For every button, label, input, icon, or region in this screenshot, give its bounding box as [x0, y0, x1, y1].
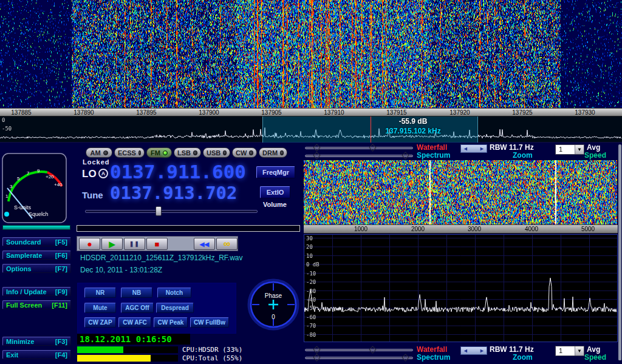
despread-button[interactable]: Despread [156, 303, 194, 313]
waterfall-contrast-slider-bottom[interactable] [305, 349, 413, 351]
rewind-button[interactable]: ◀◀ [194, 238, 215, 250]
minimize-button[interactable]: Minimize[F3] [2, 337, 71, 346]
slider-handle[interactable] [313, 144, 321, 152]
lock-a-button[interactable]: A [98, 169, 108, 178]
audio-spectrum-plot[interactable]: 30 20 10 0 dB -10 -20 -30 -40 -50 -60 -7… [304, 234, 618, 342]
cw-zap-button[interactable]: CW ZAP [84, 317, 116, 328]
freqmgr-button[interactable]: FreqMgr [256, 166, 295, 178]
audio-frequency-scale[interactable]: 1000 2000 3000 4000 5000 [304, 224, 618, 234]
db-tick: -20 [306, 279, 316, 285]
slider-handle[interactable] [369, 144, 377, 152]
audio-freq-tick: 1000 [349, 226, 373, 232]
s-units-label: S-units [14, 204, 32, 211]
cpu-hdsdr-label: CPU:HDSDR (33%) [182, 346, 242, 354]
main-waterfall-display[interactable] [0, 0, 622, 108]
spectrum-label-bottom[interactable]: Spectrum [417, 353, 450, 362]
right-vertical-scrollbar-lower[interactable] [618, 340, 621, 360]
cw-peak-button[interactable]: CW Peak [154, 317, 188, 328]
agc-button[interactable]: AGC Off [121, 303, 154, 313]
db-tick: 0 dB [306, 261, 320, 268]
loop-button[interactable]: ∞ [216, 238, 238, 250]
mode-label: LSB [177, 149, 191, 157]
slider-handle[interactable] [402, 354, 409, 362]
mode-led [103, 150, 108, 155]
exit-button[interactable]: Exit[F4] [2, 350, 71, 359]
speed-label-bottom[interactable]: Speed [584, 353, 606, 362]
button-hotkey: [F3] [55, 338, 67, 345]
slider-handle[interactable] [313, 346, 321, 354]
speed-label[interactable]: Speed [584, 151, 606, 160]
arrow-right-icon[interactable]: ► [479, 348, 485, 354]
waterfall-label[interactable]: Waterfall [417, 143, 447, 152]
lo-frequency-display[interactable]: 0137.911.600 [110, 161, 246, 183]
avg-dropdown-bottom[interactable]: 1 ▼ [555, 346, 584, 356]
soundcard-button[interactable]: Soundcard[F5] [2, 237, 71, 246]
nr-button[interactable]: NR [84, 288, 116, 298]
info-update-button[interactable]: Info / Update[F9] [2, 287, 71, 296]
arrow-right-icon[interactable]: ► [479, 146, 485, 152]
notch-button[interactable]: Notch [157, 288, 191, 298]
squelch-label: Squelch [29, 211, 49, 217]
mode-button-drm[interactable]: DRM [259, 147, 287, 158]
freq-tick: 137930 [567, 109, 603, 116]
dropdown-arrow-icon[interactable]: ▼ [575, 346, 584, 356]
s-meter-tick: 7 [27, 170, 30, 176]
fullscreen-button[interactable]: Full Screen[F11] [2, 300, 71, 309]
mode-button-ecss[interactable]: ECSS [114, 147, 145, 158]
record-button[interactable]: ● [79, 238, 100, 250]
extio-button[interactable]: ExtIO [260, 186, 290, 198]
volume-slider-handle[interactable] [156, 206, 162, 216]
s-meter-tick: 3 [10, 184, 13, 189]
mute-button[interactable]: Mute [84, 303, 116, 313]
options-button[interactable]: Options[F7] [2, 264, 71, 273]
avg-label: Avg [587, 143, 600, 152]
nb-button[interactable]: NB [121, 288, 152, 298]
s-meter[interactable]: 1 3 5 7 9 +20 +40 S-units Squelch [2, 153, 67, 223]
mode-button-lsb[interactable]: LSB [174, 147, 201, 158]
samplerate-button[interactable]: Samplerate[F6] [2, 251, 71, 260]
slider-handle[interactable] [369, 346, 377, 354]
rbw-readout-bottom: RBW 11.7 Hz [490, 345, 534, 354]
avg-dropdown[interactable]: 1 ▼ [555, 144, 584, 155]
db-tick: -60 [306, 314, 316, 320]
squelch-knob[interactable] [4, 212, 9, 217]
slider-handle[interactable] [313, 354, 321, 362]
mode-button-am[interactable]: AM [86, 147, 112, 158]
cw-fullbw-button[interactable]: CW FullBw [190, 317, 229, 328]
playback-toolbar: ● ▶ ❚❚ ■ ◀◀ ∞ [77, 236, 238, 251]
tune-frequency-display[interactable]: 0137.913.702 [110, 183, 238, 203]
overview-spectrum[interactable]: 0 -50 -55.9 dB 137.915.102 kHz [0, 116, 622, 143]
date-time-display: 18.12.2011 0:16:50 [77, 334, 190, 345]
zoom-scrollbar[interactable]: ◄ ► [460, 144, 487, 153]
playback-position-track[interactable] [77, 225, 300, 232]
zoom-scrollbar-bottom[interactable]: ◄ ► [460, 346, 487, 355]
overview-scale-0: 0 [2, 117, 5, 123]
stop-button[interactable]: ■ [146, 238, 168, 250]
dropdown-arrow-icon[interactable]: ▼ [575, 145, 584, 154]
freq-tick: 137925 [504, 109, 541, 116]
cw-afc-button[interactable]: CW AFC [118, 317, 151, 328]
slider-handle[interactable] [313, 152, 321, 160]
mode-button-usb[interactable]: USB [203, 147, 230, 158]
waterfall-contrast-slider[interactable] [305, 147, 413, 149]
spectrum-label[interactable]: Spectrum [417, 151, 450, 160]
right-vertical-scrollbar[interactable] [618, 144, 621, 360]
arrow-left-icon[interactable]: ◄ [463, 348, 468, 354]
spectrum-range-slider-bottom[interactable] [305, 357, 413, 359]
pause-icon: ❚❚ [129, 241, 140, 247]
volume-slider-track[interactable] [85, 210, 258, 213]
db-tick: -30 [306, 288, 316, 294]
mode-button-fm[interactable]: FM [146, 147, 172, 158]
frequency-scale[interactable]: 137885 137890 137895 137900 137905 13791… [0, 108, 622, 116]
play-button[interactable]: ▶ [101, 238, 123, 250]
zoom-label: Zoom [513, 151, 533, 160]
db-tick: -50 [306, 305, 316, 311]
phase-dial[interactable]: Phase 0 [247, 274, 300, 332]
audio-waterfall-display[interactable] [304, 160, 617, 224]
slider-handle[interactable] [402, 152, 409, 160]
spectrum-range-slider[interactable] [305, 155, 413, 157]
arrow-left-icon[interactable]: ◄ [463, 146, 468, 152]
pause-button[interactable]: ❚❚ [124, 238, 145, 250]
waterfall-label-bottom[interactable]: Waterfall [417, 345, 447, 354]
mode-button-cw[interactable]: CW [232, 147, 257, 158]
